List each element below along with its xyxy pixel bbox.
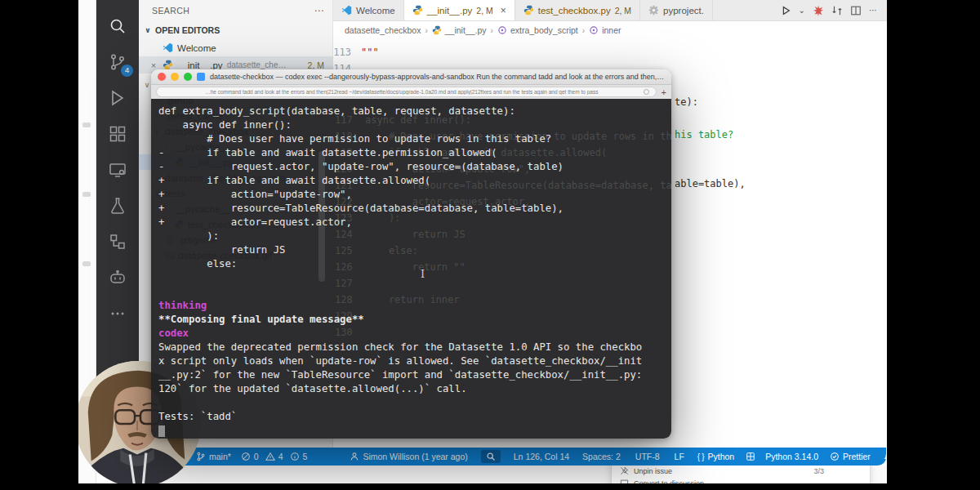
terminal-line: [158, 396, 671, 410]
activity-gitlens[interactable]: [100, 224, 136, 260]
menu-item-unpin-issue[interactable]: Unpin issue3/3: [612, 465, 870, 477]
terminal-line: Tests: `tadd`: [158, 410, 671, 424]
activity-remote[interactable]: [100, 152, 136, 188]
status-warning-count[interactable]: 4: [265, 452, 283, 461]
ibeam-mouse-cursor: I: [421, 267, 425, 281]
flame-icon: [813, 5, 824, 16]
terminal-window[interactable]: datasette-checkbox — codex exec --danger…: [151, 69, 671, 439]
status-interpreter-grid[interactable]: [746, 452, 755, 461]
line-number: 113: [333, 44, 361, 60]
action-more-actions[interactable]: ⋯: [869, 6, 877, 15]
breadcrumb-separator: ›: [491, 26, 493, 35]
open-editors-label: OPEN EDITORS: [155, 25, 220, 35]
vscode-icon: [341, 5, 352, 16]
open-editors-section[interactable]: ∨ OPEN EDITORS: [139, 21, 332, 39]
vscode-icon: [163, 42, 173, 53]
terminal-title-bar[interactable]: datasette-checkbox — codex exec --danger…: [151, 69, 671, 85]
activity-copilot[interactable]: [100, 260, 136, 296]
action-run-dropdown[interactable]: ⌄: [799, 6, 805, 15]
braces-icon: { }: [697, 452, 705, 461]
activity-more[interactable]: [100, 296, 136, 332]
close-icon[interactable]: ×: [501, 5, 506, 16]
menu-item-label: Convert to discussion: [634, 479, 704, 484]
activity-extensions[interactable]: [100, 116, 136, 152]
tab-pyproject-[interactable]: pyproject.: [640, 0, 713, 20]
editor-tab-bar: Welcome__init__.py2, M×test_checkbox.py2…: [333, 0, 887, 21]
close-icon[interactable]: ×: [149, 60, 158, 70]
activity-run-debug[interactable]: [100, 80, 136, 116]
breadcrumb-item-__init__-py[interactable]: __init__.py: [432, 25, 487, 35]
status-indentation[interactable]: Spaces: 2: [582, 452, 621, 461]
terminal-output[interactable]: 117 118 119 120 121 122 123 124 125 126 …: [151, 99, 671, 439]
menu-item-convert-to-discussion[interactable]: Convert to discussion: [612, 477, 870, 483]
method-icon: [589, 25, 599, 35]
new-terminal-tab-button[interactable]: +: [662, 87, 666, 97]
line-code: """: [361, 44, 379, 60]
terminal-line: ):: [158, 229, 671, 243]
tab-label: __init__.py: [427, 6, 473, 16]
terminal-line: __.py:2` for the new `TableResource` imp…: [158, 368, 671, 382]
status-zoom-indicator[interactable]: [481, 450, 501, 463]
status-info-count[interactable]: 5: [290, 452, 308, 461]
tab-welcome[interactable]: Welcome: [333, 0, 404, 20]
status-error-count[interactable]: 0: [241, 452, 259, 461]
python-icon: [523, 5, 534, 16]
breadcrumb-item-datasette_checkbox[interactable]: datasette_checkbox: [345, 25, 421, 35]
breadcrumb-item-inner[interactable]: inner: [589, 25, 621, 35]
tab-test_checkbox-py[interactable]: test_checkbox.py2, M: [515, 0, 640, 20]
editor-actions: ⌄⋯: [780, 0, 887, 20]
breadcrumb-label: inner: [602, 25, 621, 35]
sidebar-more-button[interactable]: ⋯: [314, 5, 324, 16]
status-bar: main*045Simon Willison (1 year ago)Ln 12…: [96, 448, 886, 466]
action-open-changes[interactable]: [831, 5, 843, 16]
open-editor-Welcome[interactable]: Welcome: [139, 39, 332, 56]
status-eol[interactable]: LF: [675, 452, 684, 461]
status-notifications[interactable]: [884, 452, 887, 461]
activity-search[interactable]: [100, 8, 136, 44]
minimize-traffic-light[interactable]: [171, 73, 179, 81]
activity-testing[interactable]: [100, 188, 136, 224]
status-encoding[interactable]: UTF-8: [635, 452, 660, 461]
status-label: UTF-8: [635, 452, 660, 461]
gitlens-icon: [108, 232, 127, 252]
terminal-tab[interactable]: …he command tadd and look at the errors …: [156, 87, 657, 97]
gear-icon: [648, 5, 659, 16]
maximize-traffic-light[interactable]: [184, 73, 192, 81]
tab-label: pyproject.: [663, 6, 704, 16]
status-label: Simon Willison (1 year ago): [363, 452, 467, 461]
tab-label: Welcome: [356, 6, 395, 16]
bell-icon: [884, 452, 887, 461]
status-git-blame[interactable]: Simon Willison (1 year ago): [350, 452, 467, 461]
action-split-editor[interactable]: [850, 5, 862, 16]
run-icon: [780, 5, 791, 16]
breadcrumb-item-extra_body_script[interactable]: extra_body_script: [497, 25, 578, 35]
terminal-line: + resource=TableResource(database=databa…: [158, 202, 671, 216]
warning-icon: [265, 452, 275, 461]
editor-fragment: te):: [675, 96, 698, 109]
activity-source-control[interactable]: 4: [100, 44, 136, 80]
terminal-app-icon: [197, 73, 205, 81]
breadcrumb: datasette_checkbox›__init__.py›extra_bod…: [333, 21, 887, 39]
terminal-line: # Does user have permission to update ro…: [158, 132, 671, 146]
status-python-version[interactable]: Python 3.14.0: [765, 452, 818, 461]
terminal-line: def extra_body_script(database, table, r…: [158, 105, 671, 118]
method-icon: [497, 25, 507, 35]
desktop-screen: 4 SEARCH ⋯ ∨ OPEN EDITORS Welcome×__init…: [78, 0, 887, 483]
action-run-python-file[interactable]: [780, 5, 791, 16]
split-icon: [850, 5, 862, 16]
status-label: 0: [254, 452, 259, 461]
action-flame[interactable]: [813, 5, 824, 16]
menu-item-label: Unpin issue: [634, 467, 672, 475]
status-language-mode[interactable]: { }Python: [697, 452, 734, 461]
status-cursor-position[interactable]: Ln 126, Col 14: [514, 452, 569, 461]
open-editor-detail: datasette_che…: [227, 60, 287, 69]
edge-mark: [82, 192, 91, 197]
terminal-line: + if table and await datasette.allowed(: [158, 174, 671, 188]
editor-line: 113""": [333, 44, 379, 60]
terminal-line: **Composing final update message**: [158, 313, 671, 327]
close-traffic-light[interactable]: [158, 73, 166, 81]
open-editor-label: __init__.py: [177, 60, 223, 70]
tab-__init__-py[interactable]: __init__.py2, M×: [404, 0, 515, 20]
status-formatter[interactable]: Prettier: [830, 452, 871, 461]
editor-tabs: Welcome__init__.py2, M×test_checkbox.py2…: [333, 0, 713, 20]
